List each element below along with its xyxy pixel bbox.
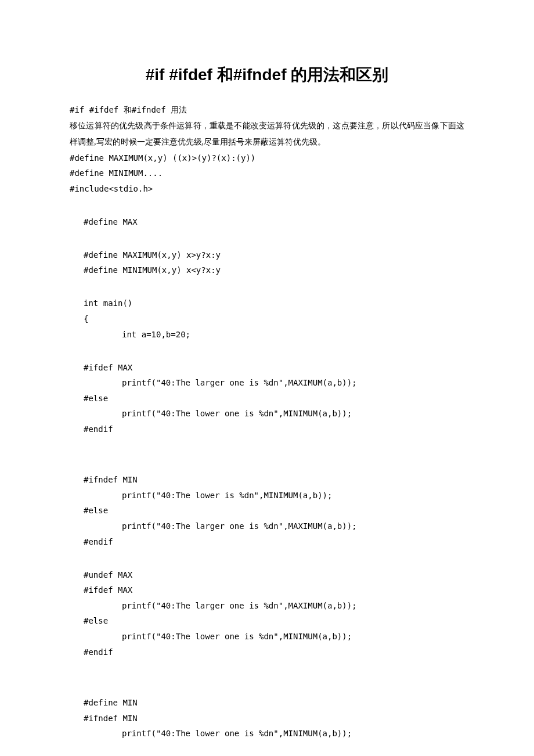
code-line: #else <box>70 391 464 406</box>
code-line: #ifndef MIN <box>70 711 464 726</box>
code-line: int main() <box>70 296 464 311</box>
document-page: #if #ifdef 和#ifndef 的用法和区别 #if #ifdef 和#… <box>0 0 534 756</box>
blank-line <box>70 660 464 677</box>
page-title: #if #ifdef 和#ifndef 的用法和区别 <box>70 64 464 86</box>
code-line: #include<stdio.h> <box>70 181 464 197</box>
paragraph-intro: 移位运算符的优先级高于条件运算符，重载是不能改变运算符优先级的，这点要注意，所以… <box>70 118 464 150</box>
code-line: #ifdef MAX <box>70 582 464 598</box>
code-line: #define MAX <box>70 214 464 230</box>
code-line: printf("40:The larger one is %dn",MAXIMU… <box>70 375 464 391</box>
code-line: printf("40:The larger one is %dn",MAXIMU… <box>70 519 464 534</box>
code-line: #ifdef MAX <box>70 360 464 376</box>
code-line: printf("40:The lower is %dn",MINIMUM(a,b… <box>70 488 464 503</box>
code-line: #undef MAX <box>70 567 464 583</box>
code-line: printf("40:The lower one is %dn",MINIMUM… <box>70 629 464 645</box>
code-line: printf("40:The larger one is %dn",MAXIMU… <box>70 598 464 614</box>
blank-line <box>70 278 464 296</box>
blank-line <box>70 549 464 567</box>
blank-line <box>70 229 464 247</box>
blank-line <box>70 342 464 359</box>
code-line: #endif <box>70 422 464 437</box>
code-line: #else <box>70 503 464 519</box>
code-line: #endif <box>70 645 464 660</box>
code-line: #endif <box>70 534 464 550</box>
code-line: printf("40:The lower one is %dn",MINIMUM… <box>70 406 464 422</box>
code-line: printf("40:The lower one is %dn",MINIMUM… <box>70 726 464 741</box>
code-line: { <box>70 311 464 327</box>
code-line: #define MINIMUM(x,y) x<y?x:y <box>70 262 464 278</box>
code-line: #define MIN <box>70 695 464 711</box>
code-line: #define MAXIMUM(x,y) ((x)>(y)?(x):(y)) <box>70 150 464 166</box>
blank-line <box>70 455 464 472</box>
blank-line <box>70 437 464 454</box>
code-line: int a=10,b=20; <box>70 327 464 343</box>
blank-line <box>70 678 464 695</box>
blank-line <box>70 196 464 214</box>
code-line: #define MAXIMUM(x,y) x>y?x:y <box>70 247 464 263</box>
code-line: #define MINIMUM.... <box>70 165 464 181</box>
section-subtitle: #if #ifdef 和#ifndef 用法 <box>70 102 464 118</box>
code-line: #else <box>70 613 464 629</box>
code-line: #ifndef MIN <box>70 472 464 488</box>
